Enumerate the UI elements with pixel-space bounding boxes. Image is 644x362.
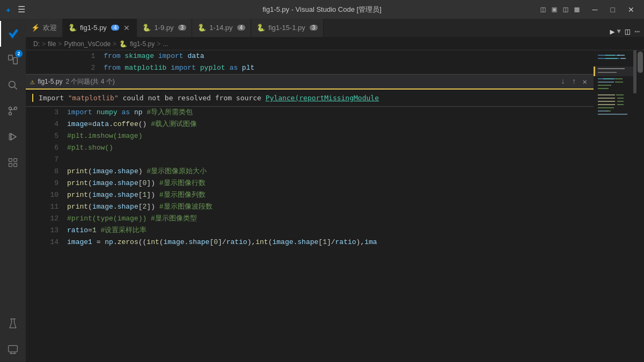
svg-rect-9 <box>14 159 17 162</box>
line-9: 9 print(image.shape[0]) #显示图像行数 <box>26 178 594 189</box>
tab-1-14[interactable]: 🐍 1-14.py 4 <box>192 19 251 37</box>
line-13: 13 ratio=1 #设置采样比率 <box>26 225 594 237</box>
tab-fig1-15-1-badge: 3 <box>310 25 318 31</box>
svg-rect-21 <box>605 58 617 59</box>
activity-run[interactable] <box>0 124 26 150</box>
problem-count: 2 个问题(共 4 个) <box>65 77 114 86</box>
editor-actions: ▶ ▼ ◫ ⋯ <box>605 26 644 37</box>
layout-icon3[interactable]: ◫ <box>564 4 568 14</box>
tab-fig1-5[interactable]: 🐍 fig1-5.py 4 ✕ <box>63 19 137 37</box>
scrollbar-thumb[interactable] <box>638 51 643 73</box>
activity-vscode[interactable] <box>0 21 26 47</box>
activity-bar: 2 <box>0 19 26 362</box>
menu-icon[interactable]: ☰ <box>18 4 25 15</box>
breadcrumb-filename: fig1-5.py <box>130 40 155 48</box>
svg-rect-35 <box>616 94 624 95</box>
problem-panel: ⚠ fig1-5.py 2 个问题(共 4 个) ↓ ↑ ✕ Import <box>26 74 594 107</box>
layout-icon4[interactable]: ▩ <box>575 4 580 14</box>
vscode-logo-icon: ✦ <box>5 4 11 16</box>
svg-rect-31 <box>615 82 623 83</box>
tab-1-9[interactable]: 🐍 1-9.py 3 <box>137 19 192 37</box>
activity-explorer[interactable]: 2 <box>0 47 26 72</box>
svg-rect-12 <box>9 345 18 352</box>
tab-1-14-badge: 4 <box>237 25 246 31</box>
window-controls: ◫ ▣ ◫ ▩ ─ □ ✕ <box>540 3 639 16</box>
line-11: 11 print(image.shape[2]) #显示图像波段数 <box>26 201 594 213</box>
svg-rect-25 <box>598 68 625 69</box>
line-6: 6 #plt.show() <box>26 142 594 154</box>
tab-fig1-15-1[interactable]: 🐍 fig1-15-1.py 3 <box>251 19 324 37</box>
line-2: 2 from matplotlib import pyplot as plt <box>26 62 594 74</box>
run-file-icon[interactable]: ▶ <box>610 27 614 37</box>
tab-1-14-icon: 🐍 <box>197 24 206 32</box>
activity-source-control[interactable] <box>0 98 26 124</box>
tab-fig1-15-1-label: fig1-15-1.py <box>268 24 305 32</box>
svg-rect-41 <box>617 104 624 105</box>
activity-test[interactable] <box>0 311 26 336</box>
svg-point-4 <box>9 107 12 110</box>
run-dropdown-icon[interactable]: ▼ <box>617 28 621 35</box>
minimap-thumb[interactable] <box>633 50 636 93</box>
svg-point-5 <box>9 113 12 115</box>
svg-rect-32 <box>598 85 611 86</box>
minimize-button[interactable]: ─ <box>588 3 602 16</box>
svg-rect-11 <box>14 164 17 167</box>
line-8: 8 print(image.shape) #显示图像原始大小 <box>26 166 594 178</box>
svg-rect-44 <box>606 110 611 112</box>
svg-rect-19 <box>617 55 625 56</box>
maximize-button[interactable]: □ <box>606 3 619 16</box>
layout-icon2[interactable]: ▣ <box>552 4 557 14</box>
editor-area: ⚡ 欢迎 🐍 fig1-5.py 4 ✕ 🐍 1-9.py 3 <box>26 19 644 362</box>
vertical-scrollbar[interactable] <box>636 50 644 362</box>
line-5: 5 #plt.imshow(image) <box>26 130 594 142</box>
code-editor[interactable]: 1 from skimage import data 2 from matplo… <box>26 50 594 362</box>
breadcrumb-d: D: <box>33 40 40 48</box>
activity-search[interactable] <box>0 72 26 98</box>
split-editor-icon[interactable]: ◫ <box>625 26 631 37</box>
problem-message: Import "matplotlib" could not be resolve… <box>26 90 594 106</box>
line-4: 4 image=data.coffee() #载入测试图像 <box>26 119 594 130</box>
tab-fig1-5-badge: 4 <box>111 25 120 31</box>
svg-rect-7 <box>9 134 11 140</box>
svg-rect-39 <box>617 101 624 102</box>
svg-rect-42 <box>598 107 614 108</box>
problem-close-icon[interactable]: ✕ <box>581 76 589 87</box>
svg-rect-10 <box>9 164 12 167</box>
welcome-icon: ⚡ <box>31 24 40 32</box>
warning-icon: ⚠ <box>30 77 34 86</box>
svg-point-6 <box>14 107 17 110</box>
sep1: > <box>42 40 46 48</box>
problem-link[interactable]: Pylance(reportMissingModule <box>266 94 379 102</box>
problem-prev-icon[interactable]: ↓ <box>559 76 567 87</box>
line-14: 14 image1 = np.zeros((int(image.shape[0]… <box>26 237 594 248</box>
svg-rect-29 <box>616 78 623 79</box>
svg-line-3 <box>14 87 17 90</box>
breadcrumb-file: file <box>48 40 56 48</box>
tab-1-9-label: 1-9.py <box>154 24 173 32</box>
svg-rect-30 <box>598 82 614 83</box>
minimap[interactable] <box>594 50 636 362</box>
activity-bottom <box>0 311 26 362</box>
more-actions-icon[interactable]: ⋯ <box>634 26 640 37</box>
activity-extensions[interactable] <box>0 150 26 175</box>
svg-rect-24 <box>594 67 595 76</box>
tab-welcome-label: 欢迎 <box>43 23 57 33</box>
svg-rect-37 <box>617 98 624 99</box>
layout-icon1[interactable]: ◫ <box>540 4 545 14</box>
svg-rect-18 <box>605 55 615 56</box>
sep4: > <box>157 40 160 48</box>
close-button[interactable]: ✕ <box>624 3 639 16</box>
problem-header: ⚠ fig1-5.py 2 个问题(共 4 个) ↓ ↑ ✕ <box>26 75 594 90</box>
activity-remote[interactable] <box>0 336 26 362</box>
svg-point-2 <box>9 82 16 88</box>
tab-1-9-badge: 3 <box>178 25 187 31</box>
svg-rect-33 <box>598 88 609 89</box>
title-bar-left: ✦ ☰ <box>5 4 25 16</box>
sep3: > <box>113 40 116 48</box>
tab-fig1-5-close[interactable]: ✕ <box>122 24 131 32</box>
sep2: > <box>58 40 62 48</box>
svg-rect-23 <box>594 67 636 76</box>
tab-welcome[interactable]: ⚡ 欢迎 <box>26 19 63 37</box>
svg-rect-0 <box>9 55 12 60</box>
problem-next-icon[interactable]: ↑ <box>569 76 578 87</box>
